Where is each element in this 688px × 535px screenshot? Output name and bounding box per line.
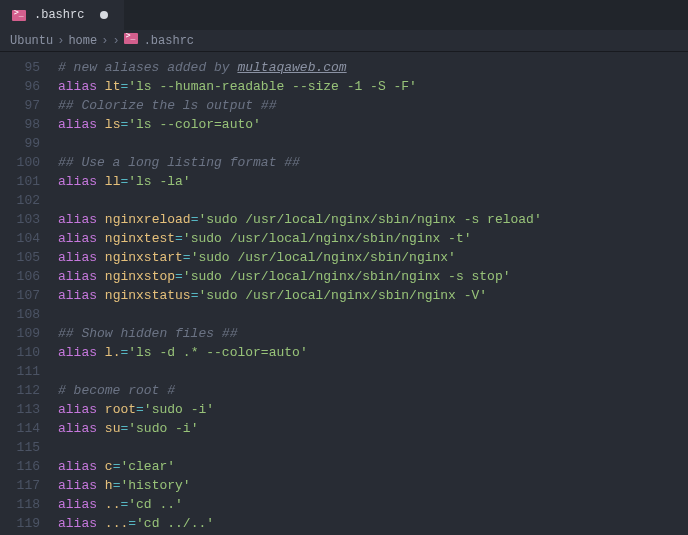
code-line[interactable] [58, 305, 688, 324]
line-number: 109 [0, 324, 40, 343]
code-line[interactable]: alias ls='ls --color=auto' [58, 115, 688, 134]
code-line[interactable]: # become root # [58, 381, 688, 400]
code-line[interactable]: # new aliases added by multaqaweb.com [58, 58, 688, 77]
code-line[interactable]: alias c='clear' [58, 457, 688, 476]
code-line[interactable]: alias lt='ls --human-readable --size -1 … [58, 77, 688, 96]
chevron-right-icon: › [101, 34, 108, 48]
line-number: 111 [0, 362, 40, 381]
line-number: 103 [0, 210, 40, 229]
line-number-gutter: 9596979899100101102103104105106107108109… [0, 52, 50, 535]
line-number: 114 [0, 419, 40, 438]
line-number: 101 [0, 172, 40, 191]
code-line[interactable]: ## Show hidden files ## [58, 324, 688, 343]
code-line[interactable]: alias nginxtest='sudo /usr/local/nginx/s… [58, 229, 688, 248]
code-line[interactable]: alias root='sudo -i' [58, 400, 688, 419]
line-number: 104 [0, 229, 40, 248]
code-editor[interactable]: 9596979899100101102103104105106107108109… [0, 52, 688, 535]
breadcrumb-seg[interactable]: Ubuntu [10, 34, 53, 48]
code-line[interactable]: alias nginxreload='sudo /usr/local/nginx… [58, 210, 688, 229]
tab-bashrc[interactable]: .bashrc [0, 0, 124, 30]
code-line[interactable]: alias nginxstatus='sudo /usr/local/nginx… [58, 286, 688, 305]
chevron-right-icon: › [112, 34, 119, 48]
code-line[interactable]: alias h='history' [58, 476, 688, 495]
line-number: 106 [0, 267, 40, 286]
line-number: 99 [0, 134, 40, 153]
tab-bar: .bashrc [0, 0, 688, 30]
line-number: 98 [0, 115, 40, 134]
line-number: 118 [0, 495, 40, 514]
code-line[interactable]: alias l.='ls -d .* --color=auto' [58, 343, 688, 362]
line-number: 108 [0, 305, 40, 324]
line-number: 100 [0, 153, 40, 172]
code-area[interactable]: # new aliases added by multaqaweb.comali… [50, 52, 688, 535]
code-line[interactable]: alias ...='cd ../..' [58, 514, 688, 533]
code-line[interactable] [58, 362, 688, 381]
code-line[interactable]: alias ..='cd ..' [58, 495, 688, 514]
line-number: 95 [0, 58, 40, 77]
line-number: 113 [0, 400, 40, 419]
terminal-icon [12, 10, 26, 21]
breadcrumb-seg[interactable]: home [68, 34, 97, 48]
line-number: 117 [0, 476, 40, 495]
line-number: 116 [0, 457, 40, 476]
code-line[interactable] [58, 191, 688, 210]
code-line[interactable]: alias su='sudo -i' [58, 419, 688, 438]
code-line[interactable]: alias nginxstart='sudo /usr/local/nginx/… [58, 248, 688, 267]
line-number: 97 [0, 96, 40, 115]
chevron-right-icon: › [57, 34, 64, 48]
line-number: 112 [0, 381, 40, 400]
line-number: 107 [0, 286, 40, 305]
line-number: 110 [0, 343, 40, 362]
code-line[interactable]: ## Use a long listing format ## [58, 153, 688, 172]
line-number: 119 [0, 514, 40, 533]
code-line[interactable] [58, 134, 688, 153]
breadcrumb: Ubuntu › home › › .bashrc [0, 30, 688, 52]
tab-filename: .bashrc [34, 8, 84, 22]
dirty-indicator-icon [100, 11, 108, 19]
breadcrumb-file[interactable]: .bashrc [144, 34, 194, 48]
line-number: 115 [0, 438, 40, 457]
terminal-icon [124, 33, 138, 48]
code-line[interactable]: ## Colorize the ls output ## [58, 96, 688, 115]
line-number: 96 [0, 77, 40, 96]
code-line[interactable]: alias ll='ls -la' [58, 172, 688, 191]
line-number: 102 [0, 191, 40, 210]
code-line[interactable]: alias nginxstop='sudo /usr/local/nginx/s… [58, 267, 688, 286]
line-number: 105 [0, 248, 40, 267]
code-line[interactable] [58, 438, 688, 457]
